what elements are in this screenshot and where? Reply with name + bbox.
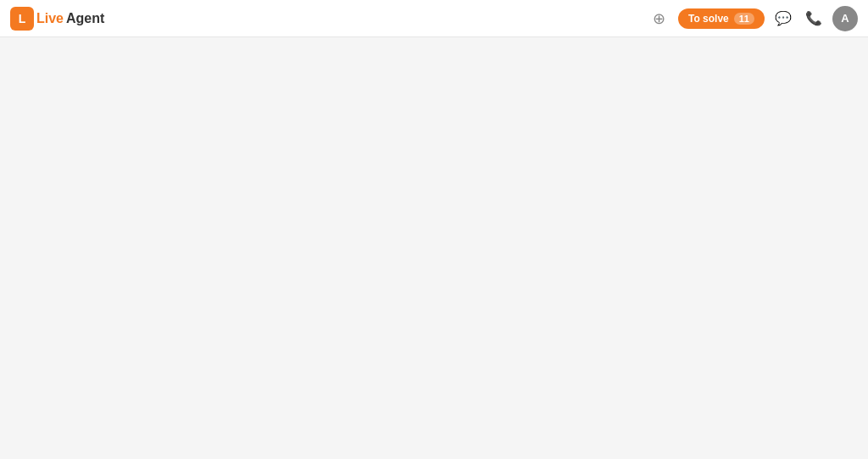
chat-icon[interactable]: 💬 [771, 7, 795, 31]
phone-icon[interactable]: 📞 [802, 7, 826, 31]
solve-button[interactable]: To solve 11 [678, 8, 765, 29]
logo-icon: L [10, 7, 34, 31]
user-avatar[interactable]: A [832, 6, 858, 31]
add-icon[interactable]: ⊕ [648, 7, 671, 31]
logo: L Live Agent [10, 7, 104, 31]
